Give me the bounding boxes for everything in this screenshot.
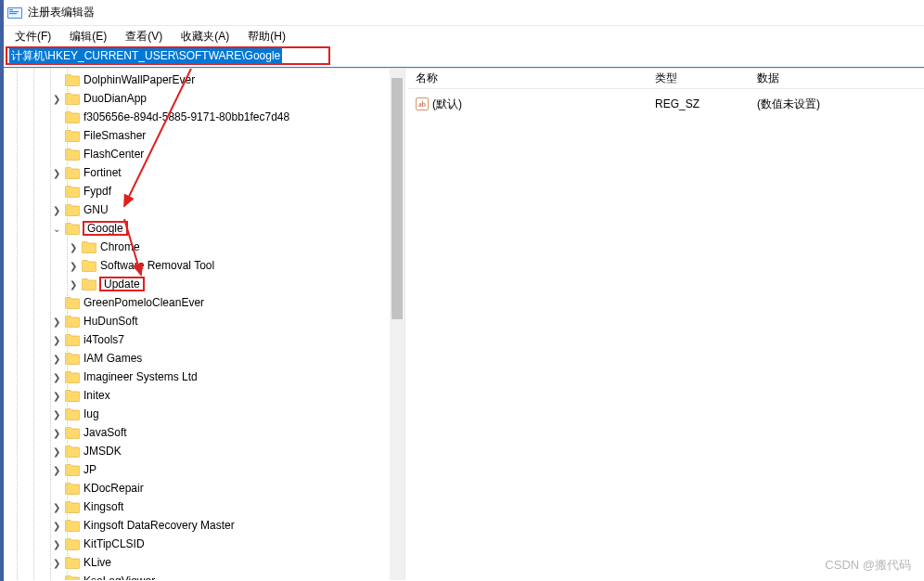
tree-item-label[interactable]: GNU	[83, 203, 109, 216]
tree-item-label[interactable]: KitTipCLSID	[83, 537, 145, 550]
tree-item[interactable]: GreenPomeloCleanEver	[9, 293, 390, 312]
addressbar-container: 计算机\HKEY_CURRENT_USER\SOFTWARE\Google	[4, 46, 924, 67]
tree-item-label[interactable]: HuDunSoft	[83, 315, 138, 328]
tree-item[interactable]: FileSmasher	[9, 126, 390, 145]
tree-item[interactable]: ❯GNU	[9, 200, 390, 219]
tree-item[interactable]: KDocRepair	[9, 479, 390, 497]
tree-item[interactable]: ❯Software Removal Tool	[9, 256, 390, 275]
tree-item-label[interactable]: FileSmasher	[83, 129, 146, 142]
tree-item-label[interactable]: Chrome	[100, 240, 140, 253]
folder-icon	[65, 426, 80, 439]
tree-item-label[interactable]: Kingsoft DataRecovery Master	[83, 519, 235, 532]
tree-item-label[interactable]: Update	[100, 278, 144, 290]
tree-item-label[interactable]: Google	[83, 222, 127, 235]
tree-item[interactable]: ❯Initex	[9, 386, 390, 405]
column-name-header[interactable]: 名称	[416, 71, 655, 86]
title-bar: 注册表编辑器	[4, 0, 924, 26]
value-row[interactable]: ab(默认)REG_SZ(数值未设置)	[416, 95, 917, 113]
menu-edit[interactable]: 编辑(E)	[62, 27, 114, 46]
tree-item[interactable]: ❯i4Tools7	[9, 330, 390, 349]
tree-item[interactable]: ❯Chrome	[9, 238, 390, 256]
expand-icon[interactable]: ❯	[50, 539, 63, 549]
tree-item[interactable]: ❯JP	[9, 460, 390, 479]
expand-icon[interactable]: ❯	[50, 391, 63, 401]
tree-item[interactable]: ❯KLive	[9, 553, 390, 572]
expand-icon[interactable]: ❯	[50, 446, 63, 457]
expand-icon[interactable]: ❯	[50, 558, 63, 568]
tree-item-label[interactable]: Imagineer Systems Ltd	[83, 370, 198, 383]
folder-icon	[65, 482, 80, 495]
scrollbar-thumb[interactable]	[391, 78, 403, 319]
expand-icon[interactable]: ❯	[50, 465, 63, 475]
tree-item[interactable]: ❯JMSDK	[9, 442, 390, 460]
expand-icon[interactable]: ❯	[50, 354, 63, 364]
expand-icon[interactable]: ❯	[50, 335, 63, 345]
tree-item-label[interactable]: KDocRepair	[83, 482, 144, 495]
column-type-header[interactable]: 类型	[655, 71, 757, 86]
tree-item[interactable]: DolphinWallPaperEver	[9, 71, 390, 89]
menu-favorites[interactable]: 收藏夹(A)	[173, 27, 237, 46]
tree-item[interactable]: ❯Iug	[9, 405, 390, 423]
folder-icon	[65, 463, 80, 476]
tree-item[interactable]: Fypdf	[9, 182, 390, 200]
tree-item-label[interactable]: Software Removal Tool	[100, 259, 214, 272]
addressbar[interactable]: 计算机\HKEY_CURRENT_USER\SOFTWARE\Google	[6, 46, 330, 65]
tree-item-label[interactable]: Fortinet	[83, 166, 122, 179]
tree-item[interactable]: f305656e-894d-5885-9171-80bb1fec7d48	[9, 108, 390, 126]
expand-icon[interactable]: ❯	[50, 502, 63, 512]
tree-item-label[interactable]: i4Tools7	[83, 333, 124, 346]
tree-item[interactable]: ❯IAM Games	[9, 349, 390, 368]
expand-icon[interactable]: ❯	[50, 168, 63, 178]
tree-item[interactable]: ❯Kingsoft DataRecovery Master	[9, 516, 390, 535]
tree-item-label[interactable]: KLive	[83, 556, 111, 569]
tree-item-label[interactable]: DuoDianApp	[83, 92, 147, 105]
menu-view[interactable]: 查看(V)	[118, 27, 170, 46]
tree-item-label[interactable]: JP	[83, 463, 96, 476]
expand-icon[interactable]: ❯	[50, 205, 63, 215]
expand-icon[interactable]: ❯	[50, 428, 63, 438]
registry-tree[interactable]: DolphinWallPaperEver❯DuoDianAppf305656e-…	[4, 69, 390, 580]
tree-item-label[interactable]: GreenPomeloCleanEver	[83, 296, 204, 309]
tree-item-label[interactable]: FlashCenter	[83, 148, 144, 161]
tree-item-label[interactable]: Iug	[83, 407, 99, 420]
tree-item-label[interactable]: Fypdf	[83, 185, 111, 198]
menu-help[interactable]: 帮助(H)	[240, 27, 293, 46]
expand-icon[interactable]: ❯	[50, 409, 63, 420]
expand-icon[interactable]: ❯	[50, 316, 63, 327]
menu-file[interactable]: 文件(F)	[7, 27, 58, 46]
folder-icon	[65, 110, 80, 123]
tree-item-label[interactable]: KsoLogViewer	[83, 575, 155, 580]
app-icon	[7, 6, 22, 20]
expand-icon[interactable]: ❯	[67, 242, 80, 252]
tree-item-label[interactable]: JMSDK	[83, 445, 122, 458]
tree-item[interactable]: FlashCenter	[9, 145, 390, 163]
tree-item-label[interactable]: JavaSoft	[83, 426, 127, 439]
value-data: (数值未设置)	[757, 97, 917, 112]
tree-item[interactable]: ⌄Google	[9, 219, 390, 238]
expand-icon[interactable]: ❯	[67, 261, 80, 271]
window-title: 注册表编辑器	[28, 5, 95, 20]
folder-icon	[65, 575, 80, 580]
tree-scrollbar[interactable]	[390, 69, 404, 580]
values-list[interactable]: ab(默认)REG_SZ(数值未设置)	[408, 89, 924, 580]
tree-item[interactable]: ❯Fortinet	[9, 163, 390, 182]
tree-item[interactable]: ❯Kingsoft	[9, 497, 390, 516]
tree-item-label[interactable]: f305656e-894d-5885-9171-80bb1fec7d48	[83, 110, 289, 123]
column-data-header[interactable]: 数据	[757, 71, 917, 86]
tree-item[interactable]: ❯JavaSoft	[9, 423, 390, 442]
tree-item[interactable]: KsoLogViewer	[9, 572, 390, 580]
tree-item[interactable]: ❯Update	[9, 275, 390, 293]
tree-item-label[interactable]: DolphinWallPaperEver	[83, 73, 195, 86]
tree-item-label[interactable]: Initex	[83, 389, 110, 402]
tree-item[interactable]: ❯KitTipCLSID	[9, 535, 390, 553]
tree-item-label[interactable]: IAM Games	[83, 352, 142, 365]
expand-icon[interactable]: ❯	[50, 94, 63, 104]
tree-item[interactable]: ❯HuDunSoft	[9, 312, 390, 330]
tree-item[interactable]: ❯Imagineer Systems Ltd	[9, 368, 390, 386]
collapse-icon[interactable]: ⌄	[50, 224, 63, 234]
tree-item[interactable]: ❯DuoDianApp	[9, 89, 390, 108]
tree-item-label[interactable]: Kingsoft	[83, 500, 123, 513]
expand-icon[interactable]: ❯	[67, 279, 80, 290]
expand-icon[interactable]: ❯	[50, 521, 63, 531]
expand-icon[interactable]: ❯	[50, 372, 63, 382]
